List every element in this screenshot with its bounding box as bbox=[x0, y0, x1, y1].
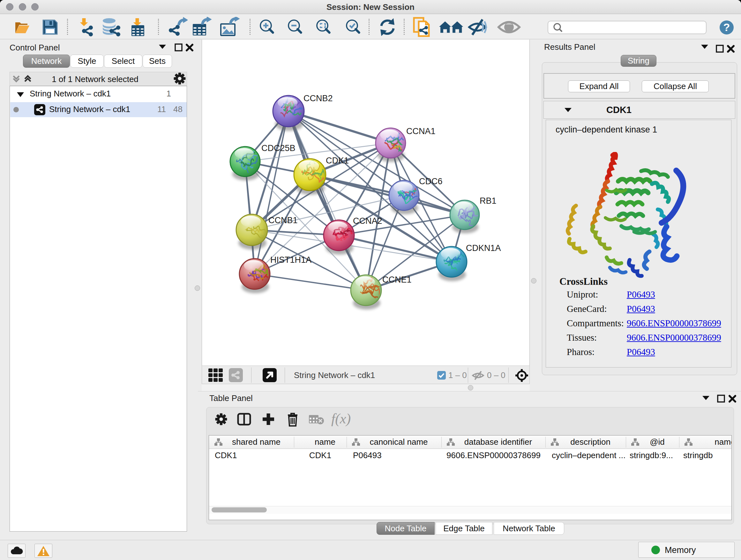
svg-text:?: ? bbox=[724, 21, 730, 33]
svg-text:CDC25B: CDC25B bbox=[261, 143, 295, 153]
svg-text:RB1: RB1 bbox=[480, 196, 496, 206]
svg-text:CCNB1: CCNB1 bbox=[268, 215, 298, 225]
svg-text:CDKN1A: CDKN1A bbox=[466, 243, 501, 253]
svg-text:CDK1: CDK1 bbox=[326, 156, 349, 165]
svg-text:CCNB2: CCNB2 bbox=[304, 94, 333, 103]
svg-text:HIST1H1A: HIST1H1A bbox=[270, 255, 312, 265]
svg-text:CCNE1: CCNE1 bbox=[382, 275, 412, 285]
svg-text:CCNA2: CCNA2 bbox=[353, 216, 382, 226]
svg-text:CDC6: CDC6 bbox=[419, 177, 443, 186]
svg-text:CCNA1: CCNA1 bbox=[406, 126, 435, 136]
